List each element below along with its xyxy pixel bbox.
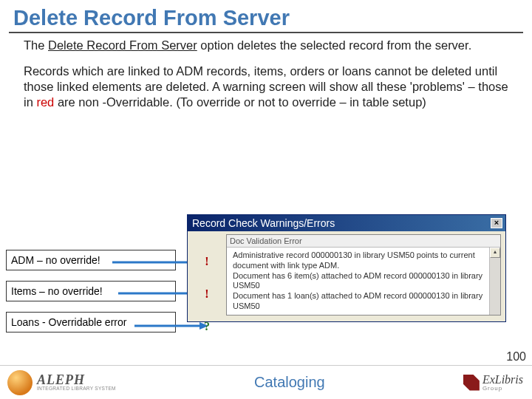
dialog-title: Record Check Warnings/Errors: [192, 217, 335, 229]
messages: Administrative record 000000130 in libra…: [227, 248, 489, 315]
exlibris-logo: ExLibris Group: [463, 374, 532, 392]
warnings-dialog: Record Check Warnings/Errors × ! ! ? Doc…: [187, 214, 506, 322]
panel-header: Doc Validation Error: [227, 235, 500, 248]
screenshot-area: ADM – no override! Items – no override! …: [0, 214, 532, 364]
close-icon[interactable]: ×: [491, 218, 502, 228]
aleph-name: ALEPH: [37, 373, 116, 386]
footer: ALEPH INTEGRATED LIBRARY SYSTEM Catalogi…: [0, 365, 532, 399]
para1-post: option deletes the selected record from …: [197, 38, 471, 52]
exlibris-icon: [463, 375, 480, 391]
page-number: 100: [506, 350, 526, 364]
footer-center: Cataloging: [116, 374, 463, 391]
validation-panel: Doc Validation Error Administrative reco…: [226, 234, 501, 316]
question-icon: ?: [204, 320, 210, 333]
exlibris-name: ExLibris: [482, 374, 523, 386]
aleph-logo: ALEPH INTEGRATED LIBRARY SYSTEM: [0, 370, 116, 395]
msg-row: Document has 6 item(s) attached to ADM r…: [233, 271, 486, 292]
para2-red: red: [36, 95, 54, 109]
scrollbar[interactable]: ▴: [489, 248, 500, 315]
scroll-up-icon[interactable]: ▴: [490, 248, 500, 258]
dialog-titlebar[interactable]: Record Check Warnings/Errors ×: [188, 215, 505, 231]
para2-b: are non -Overridable. (To override or no…: [54, 95, 426, 109]
aleph-orb-icon: [7, 370, 33, 395]
aleph-sub: INTEGRATED LIBRARY SYSTEM: [37, 386, 116, 392]
msg-row: Administrative record 000000130 in libra…: [233, 250, 486, 271]
page-title: Delete Record From Server: [0, 0, 532, 32]
body-text: The Delete Record From Server option del…: [0, 33, 532, 110]
exlibris-sub: Group: [482, 386, 523, 392]
msg-row: Document has 1 loan(s) attached to ADM r…: [233, 291, 486, 312]
dialog-body: ! ! ? Doc Validation Error Administrativ…: [188, 231, 505, 321]
para1-underline: Delete Record From Server: [48, 38, 197, 52]
exclaim-icon: !: [205, 287, 208, 301]
severity-icons: ! ! ?: [197, 252, 217, 333]
para1-pre: The: [24, 38, 48, 52]
exclaim-icon: !: [205, 255, 208, 268]
